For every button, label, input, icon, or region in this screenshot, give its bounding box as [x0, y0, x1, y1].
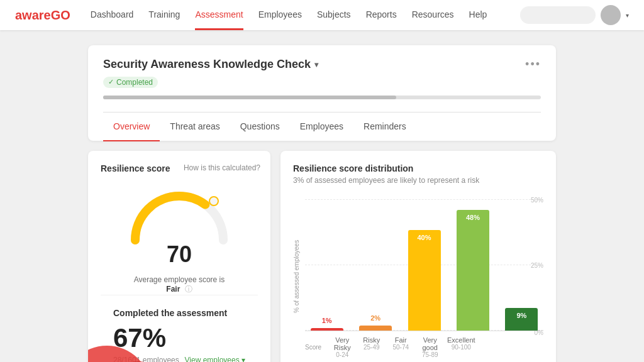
nav-link-reports[interactable]: Reports: [366, 1, 397, 30]
nav-link-employees[interactable]: Employees: [258, 1, 302, 30]
y-axis-label: % of assessed employees: [293, 195, 300, 358]
bar-group-risky: 2%: [353, 326, 397, 331]
x-label-very-risky: Very Risky0-24: [330, 336, 355, 358]
nav-link-dashboard[interactable]: Dashboard: [91, 1, 134, 30]
bar-group-very-risky: 1%: [305, 328, 348, 331]
status-text: Completed: [116, 78, 153, 87]
bar-chart-wrapper: % of assessed employees 50% 25% 0% 1%: [293, 195, 543, 358]
bar-label-risky: 2%: [359, 314, 392, 322]
bar-group-excellent: 9%: [500, 308, 543, 331]
title-dropdown-icon[interactable]: ▾: [314, 60, 318, 69]
nav-right: ▾: [520, 5, 629, 25]
distribution-subtitle: 3% of assessed employees are likely to r…: [293, 176, 543, 185]
more-options-button[interactable]: •••: [525, 58, 541, 71]
navbar: awareGO DashboardTrainingAssessmentEmplo…: [0, 0, 644, 30]
check-icon: ✓: [108, 78, 114, 86]
gridline-50: 50%: [305, 199, 543, 200]
x-axis-score-label: Score: [305, 344, 330, 351]
completed-section: Completed the assessment 67% 28/1601 emp…: [101, 295, 258, 363]
tab-employees[interactable]: Employees: [290, 112, 353, 141]
chart-area: 50% 25% 0% 1%2%40%48%9% Score Very Risky…: [305, 195, 543, 358]
bar-fair[interactable]: 40%: [408, 230, 441, 331]
bar-excellent[interactable]: 9%: [505, 308, 538, 331]
avatar[interactable]: [601, 5, 621, 25]
bar-label-very-good: 48%: [457, 214, 489, 221]
tabs: OverviewThreat areasQuestionsEmployeesRe…: [103, 112, 541, 141]
distribution-card: Resilience score distribution 3% of asse…: [280, 151, 556, 363]
nav-link-help[interactable]: Help: [469, 1, 487, 30]
bar-group-very-good: 48%: [451, 210, 494, 331]
tab-threat-areas[interactable]: Threat areas: [160, 112, 230, 141]
nav-link-training[interactable]: Training: [148, 1, 180, 30]
content-row: Resilience score How is this calculated?…: [88, 151, 556, 363]
x-label-excellent: Excellent90-100: [447, 336, 475, 358]
x-label-fair: Fair50-74: [389, 336, 413, 358]
gauge-rating: Fair: [166, 285, 180, 293]
logo-highlight: GO: [51, 8, 70, 22]
svg-point-0: [209, 197, 218, 206]
bar-very-good[interactable]: 48%: [457, 210, 489, 331]
bar-label-excellent: 9%: [505, 312, 538, 319]
info-icon: ⓘ: [185, 285, 192, 293]
gauge-label: Average employee score is Fair ⓘ: [101, 275, 258, 295]
nav-link-resources[interactable]: Resources: [412, 1, 454, 30]
how-calculated-link[interactable]: How is this calculated?: [184, 163, 260, 172]
distribution-title: Resilience score distribution: [293, 163, 543, 173]
chart-inner: 50% 25% 0% 1%2%40%48%9%: [305, 195, 543, 331]
assessment-title: Security Awareness Knowledge Check ▾: [103, 58, 318, 71]
x-label-risky: Risky25-49: [360, 336, 384, 358]
logo: awareGO: [15, 8, 70, 23]
x-axis-row: Score Very Risky0-24Risky25-49Fair50-74V…: [305, 336, 543, 358]
resilience-card: Resilience score How is this calculated?…: [88, 151, 270, 363]
gauge-container: 70: [101, 184, 258, 268]
header-top: Security Awareness Knowledge Check ▾ •••: [103, 58, 541, 71]
nav-link-subjects[interactable]: Subjects: [317, 1, 351, 30]
assessment-title-text: Security Awareness Knowledge Check: [103, 58, 311, 71]
status-badge: ✓ Completed: [103, 77, 158, 88]
nav-link-assessment[interactable]: Assessment: [195, 1, 243, 30]
tab-reminders[interactable]: Reminders: [353, 112, 416, 141]
x-labels: Very Risky0-24Risky25-49Fair50-74Very go…: [330, 336, 475, 358]
x-label-very-good: Very good75-89: [418, 336, 443, 358]
bar-very-risky[interactable]: 1%: [311, 328, 343, 331]
completed-detail: 28/1601 employees View employees ▾: [113, 356, 245, 363]
completed-count: 28/1601 employees: [113, 356, 179, 363]
tab-questions[interactable]: Questions: [230, 112, 290, 141]
completed-percentage: 67%: [113, 323, 245, 353]
chevron-down-icon: ▾: [626, 12, 629, 19]
page: Security Awareness Knowledge Check ▾ •••…: [0, 30, 644, 362]
logo-text: aware: [15, 8, 51, 22]
progress-bar-fill: [103, 96, 396, 99]
view-employees-link[interactable]: View employees ▾: [185, 356, 246, 363]
search-bar[interactable]: [520, 6, 596, 24]
bar-group-fair: 40%: [402, 230, 446, 331]
nav-links: DashboardTrainingAssessmentEmployeesSubj…: [91, 1, 520, 30]
gauge-svg: [123, 184, 236, 246]
progress-bar-container: [103, 96, 541, 99]
bar-risky[interactable]: 2%: [359, 326, 392, 331]
bar-label-fair: 40%: [408, 234, 441, 241]
assessment-header-card: Security Awareness Knowledge Check ▾ •••…: [88, 45, 556, 141]
gauge-score: 70: [167, 241, 192, 268]
tab-overview[interactable]: Overview: [103, 112, 160, 141]
completed-title: Completed the assessment: [113, 308, 245, 318]
x-axis: Score Very Risky0-24Risky25-49Fair50-74V…: [305, 336, 543, 358]
bar-label-very-risky: 1%: [311, 317, 343, 324]
gauge-avg-label: Average employee score is: [134, 275, 225, 284]
